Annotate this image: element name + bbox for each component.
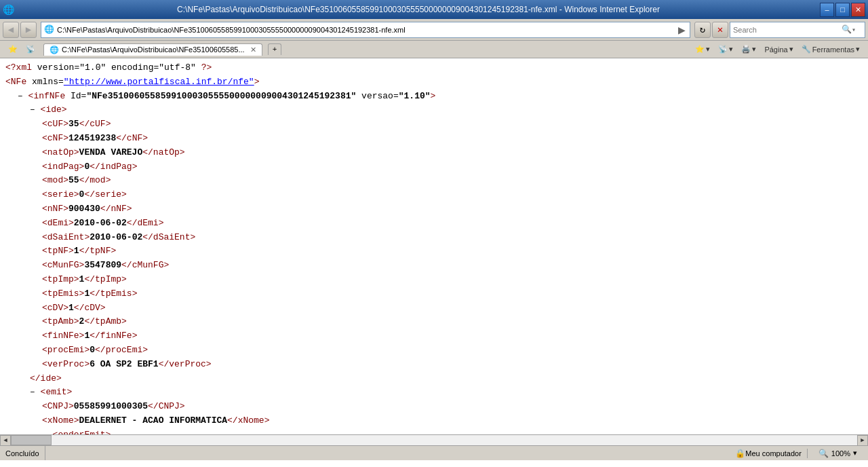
rss-icon: 📡 [26, 45, 35, 54]
close-button[interactable]: ✕ [851, 3, 865, 17]
xml-line: <nNF>900430</nNF> [5, 202, 863, 217]
favorites-center-button[interactable]: ⭐ ▾ [692, 44, 713, 54]
feeds-dropdown-icon: ▾ [729, 45, 733, 54]
zoom-dropdown-icon[interactable]: ▾ [853, 449, 857, 457]
window-controls: – □ ✕ [820, 3, 865, 17]
zoom-section: 🔍 100% ▾ [813, 449, 863, 458]
tools-menu-dropdown-icon: ▾ [856, 45, 860, 54]
tab-icon: 🌐 [50, 45, 59, 54]
xml-line: <tpNF>1</tpNF> [5, 244, 863, 259]
xml-line: <tpEmis>1</tpEmis> [5, 287, 863, 301]
xml-line: <cMunFG>3547809</cMunFG> [5, 259, 863, 273]
stop-button[interactable]: ✕ [712, 22, 728, 38]
minimize-button[interactable]: – [820, 3, 834, 17]
address-bar: 🌐 ▶ [41, 22, 690, 38]
favorites-star-button[interactable]: ⭐ [5, 44, 20, 54]
xml-line: <cUF>35</cUF> [5, 117, 863, 132]
xml-line: <NFe xmlns="http://www.portalfiscal.inf.… [5, 75, 863, 90]
address-go-button[interactable]: ▶ [676, 24, 687, 35]
xml-line: – <emit> [5, 386, 863, 400]
status-right: 🔒 Meu computador 🔍 100% ▾ [735, 449, 863, 458]
xml-line: <finNFe>1</finNFe> [5, 329, 863, 343]
xml-line: <verProc>6 OA SP2 EBF1</verProc> [5, 358, 863, 372]
back-button[interactable]: ◀ [3, 22, 19, 38]
page-menu-button[interactable]: Página ▾ [762, 44, 795, 54]
shield-icon: 🔒 [735, 449, 745, 458]
forward-button[interactable]: ▶ [20, 22, 37, 38]
xml-line: – <ide> [5, 103, 863, 117]
search-icon: 🔍 [842, 24, 852, 35]
xml-line: </ide> [5, 372, 863, 386]
zoom-icon: 🔍 [818, 449, 829, 458]
page-menu-label: Página [764, 45, 787, 54]
title-bar: 🌐 C:\NFe\Pastas\ArquivoDistribuicao\NFe3… [0, 0, 868, 19]
xml-line: <xNome>DEALERNET - ACAO INFORMATICA</xNo… [5, 414, 863, 428]
new-tab-button[interactable]: + [268, 43, 282, 55]
xml-viewer[interactable]: <?xml version="1.0" encoding="utf-8" ?><… [0, 58, 868, 434]
xml-line: <?xml version="1.0" encoding="utf-8" ?> [5, 61, 863, 75]
scroll-thumb[interactable] [11, 435, 52, 445]
xml-line: <tpAmb>2</tpAmb> [5, 315, 863, 329]
favorites-bar: ⭐ 📡 🌐 C:\NFe\Pastas\ArquivoDistribuicao\… [0, 41, 868, 58]
tools-menu-label: Ferramentas [812, 45, 854, 54]
xml-line: <indPag>0</indPag> [5, 160, 863, 174]
print-icon: 🖨️ [741, 45, 751, 54]
feeds-button[interactable]: 📡 ▾ [715, 44, 736, 54]
xml-line: <cNF>124519238</cNF> [5, 132, 863, 146]
maximize-button[interactable]: □ [835, 3, 850, 17]
tools-menu-button[interactable]: 🔧 Ferramentas ▾ [799, 44, 863, 54]
scroll-right-button[interactable]: ▶ [857, 435, 868, 446]
horizontal-scrollbar[interactable]: ◀ ▶ [0, 434, 868, 445]
xml-line: <serie>0</serie> [5, 188, 863, 202]
feeds-icon: 📡 [718, 45, 728, 54]
browser-tab-active[interactable]: 🌐 C:\NFe\Pastas\ArquivoDistribuicao\NFe3… [43, 43, 262, 56]
xml-line: <cDV>1</cDV> [5, 301, 863, 316]
tab-label: C:\NFe\Pastas\ArquivoDistribuicao\NFe351… [62, 45, 245, 54]
page-menu-dropdown-icon: ▾ [789, 45, 793, 54]
print-dropdown-icon: ▾ [752, 45, 756, 54]
window-icon: 🌐 [3, 4, 14, 15]
xml-line: <procEmi>0</procEmi> [5, 343, 863, 358]
search-input[interactable] [733, 26, 842, 34]
zoom-level: 100% [831, 449, 850, 457]
xml-line: <CNPJ>05585991000305</CNPJ> [5, 400, 863, 414]
favorites-center-icon: ⭐ [695, 45, 705, 54]
print-button[interactable]: 🖨️ ▾ [738, 44, 759, 54]
favorites-center-dropdown-icon: ▾ [706, 45, 710, 54]
xml-line: <dEmi>2010-06-02</dEmi> [5, 217, 863, 231]
page-icon: 🌐 [44, 24, 54, 35]
rss-button[interactable]: 📡 [23, 44, 38, 54]
star-icon: ⭐ [8, 45, 18, 54]
xml-line: <dSaiEnt>2010-06-02</dSaiEnt> [5, 231, 863, 245]
window-title: C:\NFe\Pastas\ArquivoDistribuicao\NFe351… [17, 5, 820, 14]
xml-line: – <enderEmit> [5, 428, 863, 434]
navigation-bar: ◀ ▶ 🌐 ▶ ↻ ✕ 🔍 ▾ [0, 19, 868, 41]
xml-line: – <infNFe Id="NFe35100605585991000305555… [5, 90, 863, 104]
forward-icon: ▶ [26, 24, 31, 35]
back-icon: ◀ [8, 24, 14, 35]
status-text: Concluído [5, 449, 39, 457]
xml-line: <mod>55</mod> [5, 174, 863, 188]
status-done: Concluído [5, 446, 45, 460]
refresh-icon: ↻ [700, 24, 705, 35]
tab-close-icon[interactable]: ✕ [250, 45, 256, 54]
xml-line: <tpImp>1</tpImp> [5, 273, 863, 287]
computer-label: Meu computador [745, 449, 802, 457]
xml-line: <natOp>VENDA VAREJO</natOp> [5, 146, 863, 160]
search-bar: 🔍 ▾ [730, 22, 865, 38]
stop-icon: ✕ [717, 24, 723, 35]
favorites-icons: ⭐ 📡 [5, 44, 38, 54]
tools-icon: 🔧 [802, 45, 811, 54]
status-bar: Concluído 🔒 Meu computador 🔍 100% ▾ [0, 445, 868, 460]
refresh-button[interactable]: ↻ [694, 22, 711, 38]
search-dropdown-icon[interactable]: ▾ [852, 26, 856, 34]
toolbar-right-icons: ⭐ ▾ 📡 ▾ 🖨️ ▾ Página ▾ 🔧 Ferramentas ▾ [692, 44, 863, 54]
scroll-left-button[interactable]: ◀ [0, 435, 11, 446]
scroll-track [11, 435, 857, 445]
content-area: <?xml version="1.0" encoding="utf-8" ?><… [0, 58, 868, 434]
address-input[interactable] [57, 26, 676, 34]
protected-mode-section: 🔒 Meu computador [735, 449, 808, 458]
